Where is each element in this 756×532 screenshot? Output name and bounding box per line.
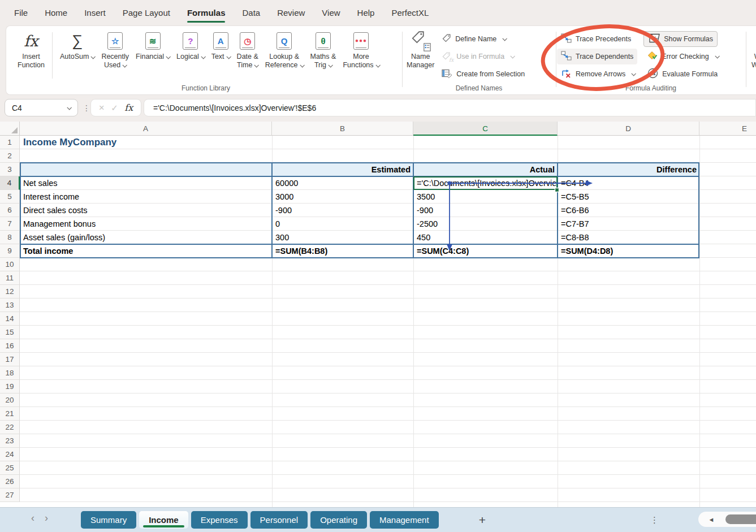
row-header-7[interactable]: 7 (0, 217, 20, 231)
cell-c8[interactable]: 450 (414, 231, 558, 244)
watch-window-button[interactable]: WatchWindow (748, 29, 756, 82)
column-header-a[interactable]: A (20, 122, 272, 136)
recently-used-button[interactable]: ☆RecentlyUsed (98, 29, 132, 82)
row-header-21[interactable]: 21 (0, 407, 20, 421)
cell-b4[interactable]: 60000 (273, 176, 413, 190)
cell-d4[interactable]: =C4-B4 (558, 176, 699, 190)
show-formulas-button[interactable]: fxShow Formulas (643, 31, 718, 47)
cell-a6[interactable]: Direct sales costs (20, 204, 272, 217)
cell-d8[interactable]: =C8-B8 (558, 231, 699, 244)
cell-d6[interactable]: =C6-B6 (558, 204, 699, 217)
menu-tab-formulas[interactable]: Formulas (187, 0, 226, 25)
sheet-tab-summary[interactable]: Summary (81, 511, 136, 529)
row-header-14[interactable]: 14 (0, 312, 20, 326)
row-header-20[interactable]: 20 (0, 393, 20, 407)
cell-a5[interactable]: Interest income (20, 190, 272, 204)
more-functions-button[interactable]: ●●●MoreFunctions (339, 29, 382, 82)
menu-tab-data[interactable]: Data (242, 0, 260, 25)
horizontal-scrollbar[interactable]: ◄ (698, 512, 756, 527)
select-all-corner[interactable] (0, 122, 20, 136)
remove-arrows-button[interactable]: Remove Arrows (557, 66, 639, 82)
text-button[interactable]: AText (208, 29, 234, 82)
cell-c4[interactable]: ='C:\Documents\[Invoices.xlsx]Overview'!… (414, 176, 558, 190)
column-header-b[interactable]: B (272, 122, 413, 136)
financial-button[interactable]: ≋Financial (132, 29, 173, 82)
column-header-c[interactable]: C (413, 122, 558, 136)
cell-d7[interactable]: =C7-B7 (558, 217, 699, 231)
cell-d3[interactable]: Difference (558, 163, 699, 176)
sheet-tab-management[interactable]: Management (370, 511, 439, 529)
sheet-tab-expenses[interactable]: Expenses (191, 511, 248, 529)
menu-tab-file[interactable]: File (14, 0, 28, 25)
autosum-button[interactable]: ∑AutoSum (57, 29, 98, 82)
sheet-options-dots-icon[interactable]: ⋮ (650, 511, 659, 529)
sheet-tab-personnel[interactable]: Personnel (250, 511, 308, 529)
name-manager-button[interactable]: NameManager (403, 29, 438, 82)
cell-c5[interactable]: 3500 (414, 190, 558, 204)
evaluate-formula-button[interactable]: fxEvaluate Formula (643, 66, 722, 82)
row-header-9[interactable]: 9 (0, 244, 20, 258)
cell-b5[interactable]: 3000 (273, 190, 413, 204)
create-from-selection-button[interactable]: Create from Selection (438, 66, 529, 82)
row-header-17[interactable]: 17 (0, 353, 20, 366)
cell-a1[interactable]: Income MyCompany (20, 136, 272, 149)
sheet-tab-operating[interactable]: Operating (310, 511, 367, 529)
menu-tab-perfectxl[interactable]: PerfectXL (391, 0, 429, 25)
row-header-24[interactable]: 24 (0, 448, 20, 461)
commit-entry-icon[interactable]: ✓ (111, 103, 118, 113)
row-header-27[interactable]: 27 (0, 488, 20, 502)
column-header-e[interactable]: E (699, 122, 756, 136)
trace-precedents-button[interactable]: Trace Precedents (557, 31, 635, 47)
cell-b6[interactable]: -900 (273, 204, 413, 217)
row-header-23[interactable]: 23 (0, 434, 20, 448)
cancel-entry-icon[interactable]: × (99, 102, 105, 114)
error-checking-button[interactable]: Error Checking (643, 49, 722, 64)
row-header-26[interactable]: 26 (0, 475, 20, 488)
row-header-8[interactable]: 8 (0, 231, 20, 244)
menu-tab-home[interactable]: Home (45, 0, 67, 25)
cell-b3[interactable]: Estimated (273, 163, 413, 176)
menu-tab-insert[interactable]: Insert (84, 0, 106, 25)
menu-tab-review[interactable]: Review (277, 0, 305, 25)
cell-d9[interactable]: =SUM(D4:D8) (558, 244, 699, 258)
row-header-18[interactable]: 18 (0, 366, 20, 380)
row-header-5[interactable]: 5 (0, 190, 20, 204)
row-header-16[interactable]: 16 (0, 339, 20, 353)
insert-function-fx-icon[interactable]: fx (124, 102, 133, 113)
row-header-4[interactable]: 4 (0, 176, 20, 190)
cell-b9[interactable]: =SUM(B4:B8) (273, 244, 413, 258)
trace-dependents-button[interactable]: Trace Dependents (557, 49, 637, 64)
cell-c6[interactable]: -900 (414, 204, 558, 217)
cell-a9[interactable]: Total income (20, 244, 272, 258)
sheet-nav-left-icon[interactable]: ‹ (27, 512, 38, 524)
row-header-13[interactable]: 13 (0, 299, 20, 312)
name-box-chevron-icon[interactable] (67, 105, 71, 110)
column-header-d[interactable]: D (558, 122, 699, 136)
cell-a4[interactable]: Net sales (20, 176, 272, 190)
scroll-left-icon[interactable]: ◄ (698, 516, 724, 523)
row-header-6[interactable]: 6 (0, 204, 20, 217)
cell-a8[interactable]: Asset sales (gain/loss) (20, 231, 272, 244)
use-in-formula-button[interactable]: fxUse in Formula (438, 49, 518, 64)
cell-c3[interactable]: Actual (414, 163, 558, 176)
insert-function-button[interactable]: fxInsertFunction (14, 29, 48, 82)
cell-c9[interactable]: =SUM(C4:C8) (414, 244, 558, 258)
date-time-button[interactable]: ◷Date &Time (234, 29, 262, 82)
row-header-12[interactable]: 12 (0, 285, 20, 299)
row-header-19[interactable]: 19 (0, 380, 20, 393)
name-box[interactable]: C4 (5, 99, 78, 116)
row-header-11[interactable]: 11 (0, 271, 20, 285)
formula-input[interactable]: ='C:\Documents\[Invoices.xlsx]Overview'!… (144, 99, 756, 116)
lookup-reference-button[interactable]: QLookup &Reference (262, 29, 307, 82)
menu-tab-view[interactable]: View (322, 0, 340, 25)
cell-a3[interactable] (20, 163, 272, 176)
add-sheet-button[interactable]: + (475, 511, 490, 529)
row-header-25[interactable]: 25 (0, 461, 20, 475)
menu-tab-page-layout[interactable]: Page Layout (123, 0, 170, 25)
scrollbar-thumb[interactable] (725, 514, 756, 524)
row-header-15[interactable]: 15 (0, 326, 20, 339)
menu-tab-help[interactable]: Help (357, 0, 375, 25)
cell-d5[interactable]: =C5-B5 (558, 190, 699, 204)
row-header-10[interactable]: 10 (0, 258, 20, 271)
cell-b8[interactable]: 300 (273, 231, 413, 244)
